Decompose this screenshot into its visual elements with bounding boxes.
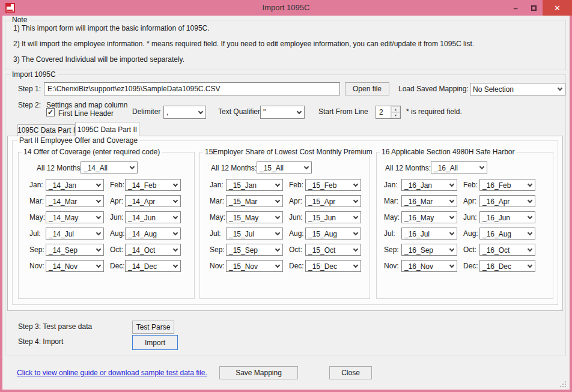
month-mapping-combobox[interactable]: _15_Mar [226,195,283,207]
month-mapping-combobox[interactable]: _14_May [46,211,104,223]
month-mapping-combobox[interactable]: _16_Aug [479,228,535,240]
maximize-icon [531,5,537,11]
test-parse-button[interactable]: Test Parse [132,321,174,334]
combo-value: _15_Feb [306,179,350,190]
month-mapping-combobox[interactable]: _14_Aug [125,228,181,240]
delimiter-combobox[interactable]: , [163,106,206,119]
text-qualifier-label: Text Qualifier [218,107,260,116]
month-label: Jan: [210,179,226,191]
month-mapping-combobox[interactable]: _15_Feb [305,179,361,191]
minimize-icon: – [513,4,517,13]
close-dialog-button[interactable]: Close [329,366,372,379]
chevron-down-icon [525,212,535,223]
first-line-header-checkbox[interactable]: ✓ [46,108,55,116]
chevron-down-icon [93,212,103,223]
online-guide-link[interactable]: Click to view online guide or download s… [17,369,207,377]
month-mapping-combobox[interactable]: _15_Aug [305,228,361,240]
section-title: 15Employer Share of Lowest Cost Monthly … [203,148,374,156]
chevron-down-icon [272,179,282,190]
month-mapping-combobox[interactable]: _16_Jan [401,179,457,191]
month-mapping-combobox[interactable]: _14_Mar [46,195,104,207]
month-mapping-combobox[interactable]: _15_Jun [305,211,361,223]
combo-value: _16_May [402,212,446,223]
month-mapping-combobox[interactable]: _14_Sep [46,244,104,256]
month-mapping-combobox[interactable]: _15_Sep [226,244,283,256]
month-mapping-combobox[interactable]: _14_Jan [46,179,104,191]
month-mapping-combobox[interactable]: _15_Apr [305,195,361,207]
combo-value: _15_May [227,212,272,223]
close-icon: ✕ [554,4,561,13]
month-label: Apr: [283,195,305,207]
combo-value: _14_Dec [126,261,170,271]
all-12-months-combobox[interactable]: _15_All [257,161,312,173]
save-mapping-button[interactable]: Save Mapping [219,366,298,379]
month-mapping-combobox[interactable]: _16_Dec [479,260,535,272]
spin-up-icon[interactable]: ▲ [391,106,400,112]
month-label: Oct: [104,244,125,256]
all-12-months-combobox[interactable]: _16_All [431,161,487,173]
month-mapping-combobox[interactable]: _15_Nov [226,260,283,272]
combo-value: _14_Oct [126,244,170,255]
month-mapping-combobox[interactable]: _14_Jul [46,228,104,240]
file-path-input[interactable]: E:\ChenxiBiz\support\ez1095\SampleData10… [44,82,340,95]
combo-value: _15_Jul [227,228,272,239]
section-16-safe-harbor: 16 Applicable Section 4980H Safe Harbor … [376,152,553,299]
month-label: Nov: [29,260,46,272]
combo-value: _15_All [257,162,301,173]
combo-value: _15_Aug [306,228,350,239]
start-from-line-stepper[interactable]: 2 ▲ ▼ [376,106,401,119]
month-mapping-combobox[interactable]: _16_Sep [401,244,457,256]
chevron-down-icon [294,106,304,118]
month-mapping-combobox[interactable]: _16_Nov [401,260,457,272]
tab-1095c-data-part-2[interactable]: 1095C Data Part II [75,122,139,136]
combo-value: _14_Nov [46,261,93,271]
open-file-button[interactable]: Open file [345,82,389,95]
import-1095c-window: Import 1095C – ✕ Note 1) This import for… [0,0,572,392]
spin-down-icon[interactable]: ▼ [391,112,400,118]
month-mapping-combobox[interactable]: _14_Jun [125,211,181,223]
combo-value: _14_Sep [46,244,93,255]
chevron-down-icon [93,196,103,207]
all-12-months-combobox[interactable]: _14_All [81,161,138,173]
combo-value: _15_Oct [306,244,350,255]
month-mapping-combobox[interactable]: _15_Dec [305,260,361,272]
combo-value: _15_Nov [227,261,272,271]
month-mapping-combobox[interactable]: _15_Oct [305,244,361,256]
month-mapping-combobox[interactable]: _16_Jun [479,211,535,223]
month-mapping-combobox[interactable]: _14_Feb [125,179,181,191]
month-mapping-combobox[interactable]: _16_Jul [401,228,457,240]
combo-value: _15_Sep [227,244,272,255]
month-label: Aug: [104,228,125,240]
month-mapping-combobox[interactable]: _14_Oct [125,244,181,256]
tab-label: 1095C Data Part II [78,125,137,134]
month-mapping-combobox[interactable]: _15_May [226,211,283,223]
import-group-title: Import 1095C [10,70,58,79]
month-mapping-combobox[interactable]: _15_Jul [226,228,283,240]
month-mapping-combobox[interactable]: _16_Mar [401,195,457,207]
month-mapping-combobox[interactable]: _15_Jan [226,179,283,191]
month-label: Mar: [210,195,226,207]
note-group-title: Note [10,16,29,24]
month-label: Jan: [29,179,46,191]
resize-grip[interactable] [560,381,566,387]
chevron-down-icon [446,179,457,190]
month-mapping-combobox[interactable]: _16_May [401,211,457,223]
load-saved-mapping-combobox[interactable]: No Selection [470,83,565,95]
combo-value: _14_Feb [126,179,170,190]
combo-value: _14_Jun [126,212,170,223]
month-mapping-combobox[interactable]: _14_Nov [46,260,104,272]
maximize-button[interactable] [525,0,543,16]
month-mapping-combobox[interactable]: _16_Apr [479,195,535,207]
combo-value: _14_May [46,212,93,223]
text-qualifier-combobox[interactable]: " [260,106,305,119]
tab-1095c-data-part-1[interactable]: 1095C Data Part I [17,124,75,136]
import-button[interactable]: Import [132,335,178,350]
stepper-buttons: ▲ ▼ [391,106,400,118]
chevron-down-icon [350,212,361,223]
close-button[interactable]: ✕ [543,0,572,16]
minimize-button[interactable]: – [507,0,525,16]
month-mapping-combobox[interactable]: _16_Feb [479,179,535,191]
month-mapping-combobox[interactable]: _16_Oct [479,244,535,256]
month-mapping-combobox[interactable]: _14_Dec [125,260,181,272]
month-mapping-combobox[interactable]: _14_Apr [125,195,181,207]
